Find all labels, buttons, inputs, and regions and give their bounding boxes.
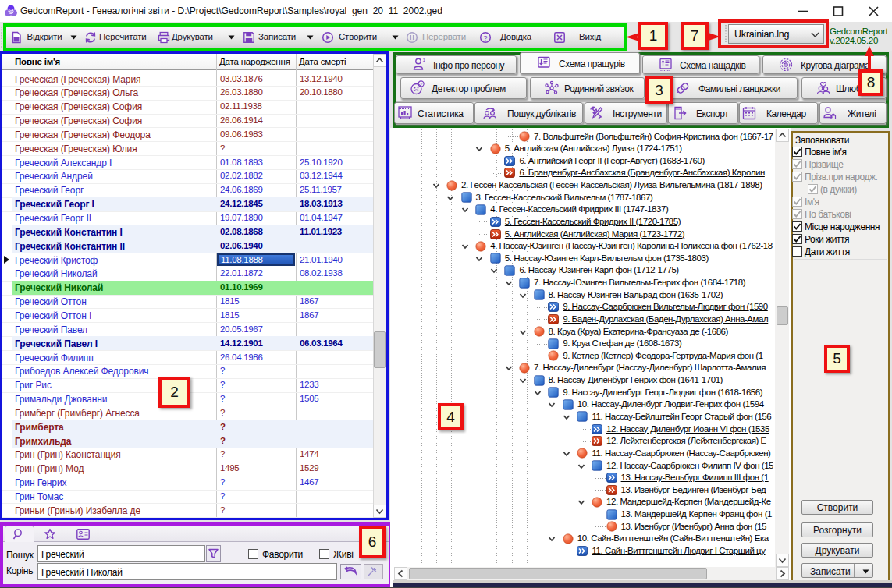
svg-text:?: ? xyxy=(483,34,487,42)
svg-text:1: 1 xyxy=(423,58,426,62)
